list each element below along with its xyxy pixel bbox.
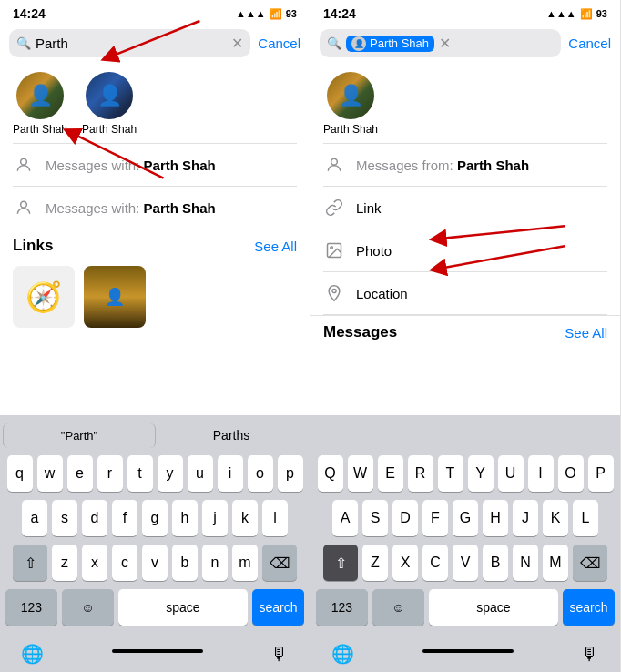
key-O[interactable]: O bbox=[558, 455, 584, 492]
key-R[interactable]: R bbox=[408, 455, 433, 492]
contact-item-1[interactable]: 👤 Parth Shah bbox=[13, 72, 67, 136]
mic-icon-right[interactable]: 🎙 bbox=[581, 644, 599, 665]
bottom-bar-left: 🌐 🎙 bbox=[3, 637, 307, 672]
key-f[interactable]: f bbox=[112, 500, 137, 536]
key-space-left[interactable]: space bbox=[118, 589, 248, 626]
key-row-2-left: a s d f g h j k l bbox=[5, 500, 304, 536]
contact-item-r1[interactable]: 👤 Parth Shah bbox=[323, 72, 378, 136]
key-r[interactable]: r bbox=[97, 455, 123, 492]
key-N[interactable]: N bbox=[513, 545, 538, 581]
key-o[interactable]: o bbox=[248, 455, 273, 492]
messages-see-all-right[interactable]: See All bbox=[565, 325, 607, 341]
key-V[interactable]: V bbox=[453, 545, 478, 581]
status-time-right: 14:24 bbox=[323, 6, 356, 21]
key-search-right[interactable]: search bbox=[563, 589, 615, 626]
key-F[interactable]: F bbox=[422, 500, 448, 536]
clear-button-left[interactable]: ✕ bbox=[231, 35, 243, 52]
key-y[interactable]: y bbox=[158, 455, 183, 492]
key-B[interactable]: B bbox=[483, 545, 508, 581]
key-D[interactable]: D bbox=[392, 500, 418, 536]
links-see-all-left[interactable]: See All bbox=[254, 239, 297, 254]
list-item-1-left[interactable]: Messages with: Parth Shah bbox=[0, 144, 310, 186]
link-icon bbox=[323, 197, 345, 219]
key-q[interactable]: q bbox=[7, 455, 33, 492]
key-h[interactable]: h bbox=[172, 500, 198, 536]
cancel-button-right[interactable]: Cancel bbox=[568, 36, 611, 51]
key-z[interactable]: z bbox=[52, 545, 77, 581]
key-row-1-right: Q W E R T Y U I O P bbox=[316, 455, 615, 492]
list-item-2-left[interactable]: Messages with: Parth Shah bbox=[0, 187, 310, 229]
search-input-wrapper-left[interactable]: 🔍 Parth ✕ bbox=[9, 29, 250, 57]
key-b[interactable]: b bbox=[172, 545, 198, 581]
key-v[interactable]: v bbox=[142, 545, 168, 581]
key-T[interactable]: T bbox=[438, 455, 463, 492]
key-P[interactable]: P bbox=[588, 455, 614, 492]
key-I[interactable]: I bbox=[528, 455, 554, 492]
location-filter-item[interactable]: Location bbox=[310, 272, 620, 314]
list-item-messages-from[interactable]: Messages from: Parth Shah bbox=[310, 144, 620, 186]
key-i[interactable]: i bbox=[218, 455, 243, 492]
key-shift-right[interactable]: ⇧ bbox=[323, 545, 358, 581]
key-Z[interactable]: Z bbox=[362, 545, 388, 581]
key-c[interactable]: c bbox=[112, 545, 137, 581]
globe-icon-left[interactable]: 🌐 bbox=[21, 643, 44, 665]
key-C[interactable]: C bbox=[422, 545, 448, 581]
key-E[interactable]: E bbox=[378, 455, 403, 492]
avatar-r1: 👤 bbox=[327, 72, 374, 119]
key-t[interactable]: t bbox=[127, 455, 153, 492]
key-emoji-left[interactable]: ☺ bbox=[62, 589, 114, 626]
key-M[interactable]: M bbox=[543, 545, 568, 581]
key-l[interactable]: l bbox=[262, 500, 288, 536]
key-G[interactable]: G bbox=[453, 500, 478, 536]
key-shift-left[interactable]: ⇧ bbox=[13, 545, 47, 581]
key-s[interactable]: s bbox=[52, 500, 77, 536]
key-H[interactable]: H bbox=[483, 500, 508, 536]
key-delete-left[interactable]: ⌫ bbox=[262, 545, 297, 581]
key-n[interactable]: n bbox=[202, 545, 228, 581]
autocorrect-parths[interactable]: Parths bbox=[156, 423, 307, 448]
key-X[interactable]: X bbox=[392, 545, 418, 581]
key-L[interactable]: L bbox=[573, 500, 598, 536]
key-g[interactable]: g bbox=[142, 500, 168, 536]
link-filter-item[interactable]: Link bbox=[310, 187, 620, 229]
key-k[interactable]: k bbox=[232, 500, 258, 536]
globe-icon-right[interactable]: 🌐 bbox=[331, 643, 354, 665]
cancel-button-left[interactable]: Cancel bbox=[258, 36, 300, 51]
key-123-right[interactable]: 123 bbox=[316, 589, 368, 626]
key-123-left[interactable]: 123 bbox=[5, 589, 57, 626]
key-A[interactable]: A bbox=[332, 500, 358, 536]
key-Y[interactable]: Y bbox=[468, 455, 494, 492]
clear-button-right[interactable]: ✕ bbox=[439, 35, 451, 52]
search-input-wrapper-right[interactable]: 🔍 👤 Parth Shah ✕ bbox=[320, 29, 561, 57]
contacts-row-left: 👤 Parth Shah 👤 Parth Shah bbox=[0, 65, 310, 143]
key-K[interactable]: K bbox=[543, 500, 568, 536]
key-search-left[interactable]: search bbox=[252, 589, 304, 626]
key-a[interactable]: a bbox=[22, 500, 47, 536]
key-j[interactable]: j bbox=[202, 500, 228, 536]
contact-item-2[interactable]: 👤 Parth Shah bbox=[82, 72, 137, 136]
key-W[interactable]: W bbox=[348, 455, 373, 492]
key-S[interactable]: S bbox=[362, 500, 388, 536]
key-u[interactable]: u bbox=[188, 455, 213, 492]
link-thumb-2[interactable]: 👤 bbox=[84, 266, 146, 328]
autocorrect-parth-quoted[interactable]: "Parth" bbox=[3, 423, 156, 448]
key-space-right[interactable]: space bbox=[429, 589, 558, 626]
key-emoji-right[interactable]: ☺ bbox=[372, 589, 424, 626]
key-row-3-left: ⇧ z x c v b n m ⌫ bbox=[5, 545, 304, 581]
mic-icon-left[interactable]: 🎙 bbox=[270, 644, 289, 665]
key-delete-right[interactable]: ⌫ bbox=[573, 545, 607, 581]
key-m[interactable]: m bbox=[232, 545, 258, 581]
photo-filter-item[interactable]: Photo bbox=[310, 229, 620, 271]
link-thumb-1[interactable]: 🧭 bbox=[13, 266, 75, 328]
key-w[interactable]: w bbox=[37, 455, 63, 492]
key-p[interactable]: p bbox=[278, 455, 303, 492]
links-preview-left: 🧭 👤 bbox=[0, 260, 310, 333]
key-U[interactable]: U bbox=[498, 455, 524, 492]
contact-tag-right[interactable]: 👤 Parth Shah bbox=[346, 36, 434, 52]
key-d[interactable]: d bbox=[82, 500, 107, 536]
key-Q[interactable]: Q bbox=[318, 455, 343, 492]
key-J[interactable]: J bbox=[513, 500, 538, 536]
key-x[interactable]: x bbox=[82, 545, 107, 581]
search-input-left[interactable]: Parth bbox=[36, 36, 227, 51]
key-e[interactable]: e bbox=[67, 455, 93, 492]
